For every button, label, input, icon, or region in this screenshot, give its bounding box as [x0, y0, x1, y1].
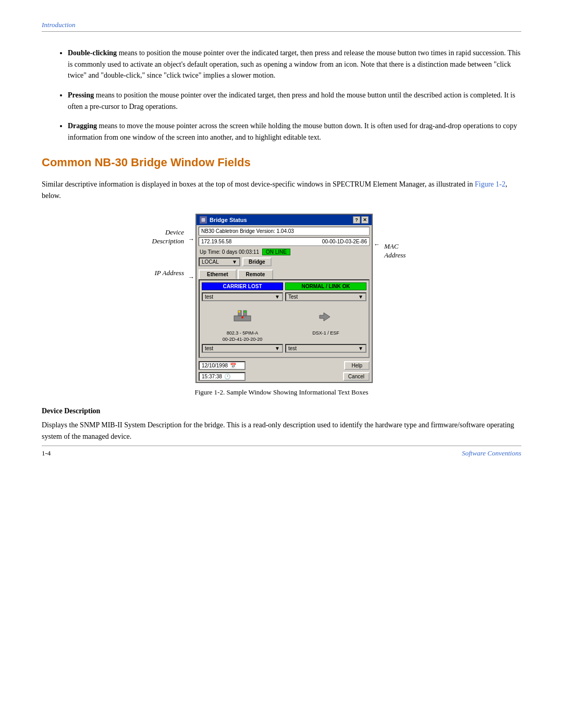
help-button[interactable]: Help [344, 361, 370, 370]
device-icon-left [231, 307, 254, 326]
bullet-text-2: means to move the mouse pointer across t… [68, 122, 517, 141]
tabs-row: Ethernet Remote [197, 269, 372, 279]
bottom-dropdowns: test ▼ test ▼ [202, 344, 366, 355]
section-heading: Common NB-30 Bridge Window Fields [42, 156, 521, 169]
info-version: NB30 Cabletron Bridge Version: 1.04.03 [201, 228, 367, 234]
svg-point-4 [244, 311, 247, 313]
info-mac: 00-00-1D-03-2E-86 [322, 239, 367, 244]
footer-row-2: 15:37:38 🕐 Cancel [197, 371, 372, 382]
status-row: CARRIER LOST NORMAL / LINK OK [202, 282, 366, 290]
test-bottom-label-right: test [288, 346, 297, 351]
label-mac-address: MAC Address [384, 242, 421, 260]
titlebar-left: ⊞ Bridge Status [200, 216, 247, 224]
right-labels: MAC Address [384, 242, 421, 260]
arrow-mac-address: ← [374, 241, 380, 249]
date-field[interactable]: 12/10/1998 📅 [199, 361, 246, 370]
tab-remote[interactable]: Remote [238, 269, 274, 279]
local-dropdown[interactable]: LOCAL ▼ [199, 257, 240, 266]
list-item: Dragging means to move the mouse pointer… [68, 120, 521, 143]
footer-row-1: 12/10/1998 📅 Help [197, 360, 372, 371]
device-description-section: Device Description Displays the SNMP MIB… [42, 407, 521, 442]
bridge-titlebar: ⊞ Bridge Status ? ✕ [197, 215, 372, 225]
info-row-1: NB30 Cabletron Bridge Version: 1.04.03 [199, 227, 370, 236]
dropdown-arrow: ▼ [232, 259, 237, 265]
page-header: Introduction [42, 21, 521, 32]
device-description-body: Displays the SNMP MIB-II System Descript… [42, 419, 521, 442]
header-title: Introduction [42, 21, 76, 29]
status-carrier-lost: CARRIER LOST [202, 282, 283, 290]
tab-ethernet[interactable]: Ethernet [199, 269, 237, 279]
titlebar-buttons: ? ✕ [353, 216, 369, 224]
arrow-device-desc: → [188, 236, 194, 243]
bridge-window: ⊞ Bridge Status ? ✕ NB30 Cabletron Bridg… [195, 214, 373, 383]
figure-caption: Figure 1-2. Sample Window Showing Inform… [194, 388, 368, 397]
label-device-description: Device Description [142, 228, 184, 246]
figure-link[interactable]: Figure 1-2 [475, 180, 506, 188]
right-arrows: ← [374, 241, 380, 249]
arrow-icon [315, 309, 336, 325]
term-dragging: Dragging [68, 122, 97, 130]
test-label-left: test [205, 294, 213, 300]
window-icon: ⊞ [200, 216, 207, 224]
bullet-list: Double-clicking means to position the mo… [42, 47, 521, 143]
clock-icon: 🕐 [224, 374, 230, 379]
info-row-2: 172.19.56.58 00-00-1D-03-2E-86 [199, 237, 370, 246]
section-intro-text: Similar descriptive information is displ… [42, 179, 521, 201]
term-pressing: Pressing [68, 91, 94, 99]
col-right: Test ▼ DSX-1 / ESF [285, 292, 366, 342]
device-mac-left: 00-2D-41-20-20-20 [223, 337, 263, 342]
calendar-icon: 📅 [230, 363, 236, 368]
arrow-ip-address: → [188, 274, 194, 281]
test-label-right: Test [288, 294, 298, 300]
info-ip: 172.19.56.58 [201, 239, 320, 244]
list-item: Pressing means to position the mouse poi… [68, 90, 521, 112]
uptime-text: Up Time: 0 days 00:03:11 [200, 249, 259, 255]
test-dropdown-left[interactable]: test ▼ [202, 292, 283, 301]
device-label-right: DSX-1 / ESF [312, 330, 339, 337]
test-bottom-dropdown-right[interactable]: test ▼ [285, 344, 366, 353]
section-intro: Similar descriptive information is displ… [42, 180, 473, 188]
device-description-title: Device Description [42, 407, 521, 415]
cancel-button[interactable]: Cancel [343, 372, 370, 381]
dropdown-arrow-left: ▼ [275, 294, 280, 300]
bridge-content-area: CARRIER LOST NORMAL / LINK OK test ▼ [199, 279, 370, 358]
test-dropdown-right[interactable]: Test ▼ [285, 292, 366, 301]
page-footer: 1-4 Software Conventions [42, 446, 521, 458]
list-item: Double-clicking means to position the mo… [68, 47, 521, 81]
left-labels: Device Description IP Address [142, 228, 184, 277]
local-label: LOCAL [202, 259, 219, 265]
col-left: test ▼ [202, 292, 283, 342]
close-titlebar-btn[interactable]: ✕ [361, 216, 369, 224]
bullet-section: Double-clicking means to position the mo… [42, 47, 521, 143]
dropdown-arrow-right: ▼ [358, 294, 363, 300]
bullet-text-0: means to position the mouse pointer over… [68, 49, 521, 79]
status-normal: NORMAL / LINK OK [285, 282, 366, 290]
hub-icon [232, 309, 253, 325]
figure-container: Device Description IP Address → → ⊞ Brid… [42, 214, 521, 397]
svg-point-3 [238, 311, 240, 313]
help-titlebar-btn[interactable]: ? [353, 216, 360, 224]
time-value: 15:37:38 [202, 374, 222, 379]
test-bottom-label-left: test [205, 346, 213, 351]
bridge-button[interactable]: Bridge [242, 257, 272, 266]
svg-point-5 [241, 316, 243, 318]
device-icon-right [314, 307, 337, 326]
footer-section-title: Software Conventions [462, 449, 521, 458]
date-value: 12/10/1998 [202, 363, 228, 368]
figure-wrapper: Device Description IP Address → → ⊞ Brid… [130, 214, 433, 383]
term-double-clicking: Double-clicking [68, 49, 117, 57]
label-ip-address: IP Address [142, 269, 184, 277]
bullet-text-1: means to position the mouse pointer over… [68, 91, 515, 110]
online-badge: ON LINE [262, 249, 290, 255]
uptime-row: Up Time: 0 days 00:03:11 ON LINE [197, 248, 372, 256]
left-arrows: → → [188, 236, 194, 281]
content-columns: test ▼ [202, 292, 366, 342]
local-row: LOCAL ▼ Bridge [197, 256, 372, 267]
test-bottom-dropdown-left[interactable]: test ▼ [202, 344, 283, 353]
footer-page-number: 1-4 [42, 449, 51, 458]
time-field[interactable]: 15:37:38 🕐 [199, 372, 246, 381]
device-label-left: 802.3 - 5PIM-A [227, 330, 259, 337]
window-title: Bridge Status [210, 217, 247, 223]
